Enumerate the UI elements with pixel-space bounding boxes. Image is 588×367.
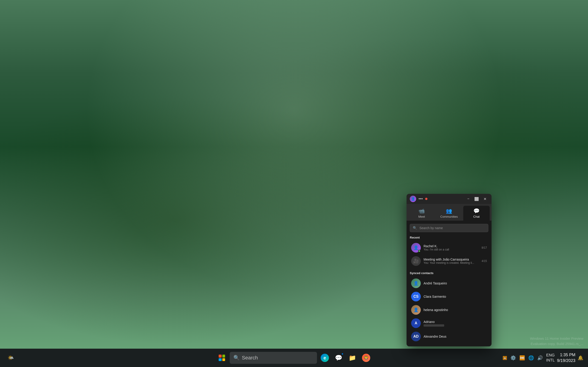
teams-chat-taskbar[interactable]: 💬	[333, 352, 345, 364]
window-controls: − ⬜ ✕	[465, 196, 488, 201]
minimize-button[interactable]: −	[465, 196, 472, 201]
volume-icon[interactable]: 🔊	[537, 355, 543, 361]
meeting-info: Meeting with João Carrasqueira You: Your…	[424, 258, 479, 265]
tab-meet[interactable]: 📹 Meet	[408, 206, 435, 221]
win-logo-yellow	[222, 358, 225, 361]
meeting-name: Meeting with João Carrasqueira	[424, 258, 479, 261]
andre-info: André Tasqueiro	[424, 282, 487, 285]
file-explorer-taskbar[interactable]: 📁	[346, 352, 358, 364]
taskbar-settings-icon[interactable]: ⚙️	[510, 355, 516, 361]
windows-logo	[219, 355, 225, 361]
contact-alexandre[interactable]: AD Alexandre Deus	[410, 330, 488, 343]
meet-icon: 📹	[418, 208, 425, 214]
tab-communities-label: Communities	[440, 215, 458, 218]
tab-chat[interactable]: 💬 Chat	[463, 206, 490, 221]
alexandre-avatar: AD	[411, 332, 421, 341]
taskbar-right: 🔼 ⚙️ ⏭️ 🌐 🔊 ENG INTL 1:35 PM 9/19/2023 🔔	[502, 352, 583, 364]
win-logo-red	[219, 355, 222, 358]
taskbar-search[interactable]: 🔍 Search	[230, 352, 317, 364]
search-box[interactable]: 🔍 Search by name	[410, 224, 488, 232]
taskbar-search-text: Search	[242, 355, 258, 361]
language-region: INTL	[546, 358, 555, 363]
media-controls-icon[interactable]: ⏭️	[519, 355, 525, 361]
contact-andre[interactable]: 👤 André Tasqueiro	[410, 277, 488, 290]
start-button[interactable]	[216, 352, 228, 364]
contact-adriano[interactable]: A Adriano	[410, 317, 488, 330]
user-avatar: 👤	[410, 196, 416, 202]
win-logo-green	[222, 355, 225, 358]
tab-chat-label: Chat	[473, 215, 480, 218]
rachel-date: 8/17	[482, 246, 487, 249]
brave-logo: 🦁	[362, 354, 370, 362]
rachel-status	[418, 250, 421, 252]
contact-helena[interactable]: 👤 helena agostinho	[410, 303, 488, 317]
teams-notification-dot	[341, 353, 344, 355]
adriano-name: Adriano	[424, 320, 487, 324]
alexandre-initials: AD	[413, 334, 418, 339]
chat-tab-icon: 💬	[473, 208, 480, 214]
helena-name: helena agostinho	[424, 308, 487, 312]
chat-panel: 👤 ••• − ⬜ ✕ 📹 Meet 👥 Communities 💬	[406, 194, 492, 346]
clock[interactable]: 1:35 PM 9/19/2023	[557, 352, 575, 364]
panel-content: 🔍 Search by name Recent 👤 Rachel K. You:…	[406, 221, 492, 346]
adriano-avatar: A	[411, 318, 421, 328]
notification-area: 🔼 ⚙️ ⏭️ 🌐 🔊 ENG INTL	[502, 353, 555, 363]
watermark-line1: Windows 11 Home Insider Preview	[530, 336, 583, 341]
alexandre-name: Alexandre Deus	[424, 335, 487, 338]
andre-name: André Tasqueiro	[424, 282, 487, 285]
taskbar: 🌤️ 🔍 Search e	[0, 349, 588, 367]
maximize-button[interactable]: ⬜	[473, 196, 480, 201]
rachel-name: Rachel K.	[424, 244, 479, 248]
taskbar-center: 🔍 Search e 💬 📁 🦁	[216, 352, 372, 364]
rachel-preview: You: I'm still on a call	[424, 248, 479, 251]
meeting-icon: 🎥	[413, 258, 419, 264]
adriano-subtitle-redacted	[424, 324, 444, 327]
taskbar-search-icon: 🔍	[233, 355, 240, 361]
rachel-info: Rachel K. You: I'm still on a call	[424, 244, 479, 251]
tab-communities[interactable]: 👥 Communities	[436, 206, 462, 221]
watermark-line2: Evaluation copy. Build 25941.rs_...	[530, 341, 583, 347]
win-logo-blue	[219, 358, 222, 361]
edge-taskbar-icon[interactable]: e	[319, 352, 331, 364]
desktop-wallpaper	[0, 0, 588, 367]
clara-info: Clara Sarmento	[424, 295, 487, 298]
more-options-dots[interactable]: •••	[418, 197, 423, 201]
clock-date: 9/19/2023	[557, 358, 575, 364]
notification-bell[interactable]: 🔔	[578, 355, 583, 361]
windows-watermark: Windows 11 Home Insider Preview Evaluati…	[530, 336, 583, 346]
clara-initials: CS	[414, 294, 418, 299]
edge-logo: e	[321, 354, 329, 362]
search-input[interactable]: Search by name	[419, 226, 485, 230]
clara-name: Clara Sarmento	[424, 295, 487, 298]
widgets-button[interactable]: 🌤️	[5, 352, 17, 364]
recent-header: Recent	[410, 236, 488, 239]
network-icon[interactable]: 🌐	[528, 355, 534, 361]
rachel-avatar: 👤	[411, 243, 421, 252]
desktop: 👤 ••• − ⬜ ✕ 📹 Meet 👥 Communities 💬	[0, 0, 588, 367]
clara-avatar: CS	[411, 292, 421, 301]
notification-badge-dot	[425, 198, 427, 200]
title-bar: 👤 ••• − ⬜ ✕	[406, 194, 492, 204]
language-indicator[interactable]: ENG INTL	[546, 353, 555, 363]
meeting-date: 4/15	[482, 259, 487, 263]
navigation-tabs: 📹 Meet 👥 Communities 💬 Chat	[406, 204, 492, 221]
helena-avatar: 👤	[411, 305, 421, 315]
taskbar-left: 🌤️	[5, 352, 17, 364]
communities-icon: 👥	[446, 208, 452, 214]
search-icon: 🔍	[413, 226, 417, 230]
title-bar-left: 👤 •••	[410, 196, 427, 202]
language-code: ENG	[546, 353, 555, 358]
synced-header: Synced contacts	[410, 271, 488, 275]
adriano-initials: A	[415, 321, 417, 325]
close-button[interactable]: ✕	[481, 196, 488, 201]
tab-meet-label: Meet	[418, 215, 425, 218]
recent-item-meeting[interactable]: 🎥 Meeting with João Carrasqueira You: Yo…	[410, 254, 488, 268]
helena-info: helena agostinho	[424, 308, 487, 312]
andre-avatar: 👤	[411, 278, 421, 288]
adriano-info: Adriano	[424, 320, 487, 327]
recent-item-rachel[interactable]: 👤 Rachel K. You: I'm still on a call 8/1…	[410, 241, 488, 254]
recent-section: Recent 👤 Rachel K. You: I'm still on a c…	[410, 236, 488, 268]
contact-clara[interactable]: CS Clara Sarmento	[410, 290, 488, 303]
chevron-up-icon[interactable]: 🔼	[502, 356, 507, 360]
brave-taskbar-icon[interactable]: 🦁	[360, 352, 372, 364]
